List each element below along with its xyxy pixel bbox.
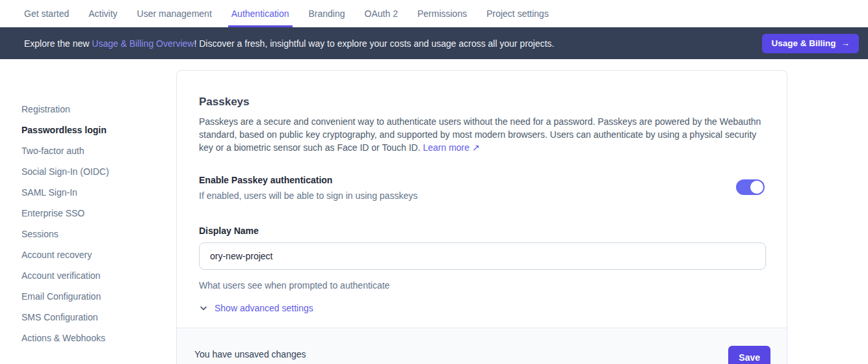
tab-permissions[interactable]: Permissions <box>417 0 467 27</box>
save-button[interactable]: Save <box>728 346 770 364</box>
learn-more-link[interactable]: Learn more ↗ <box>423 142 479 153</box>
banner-text-before: Explore the new <box>24 38 92 49</box>
banner-message: Explore the new Usage & Billing Overview… <box>24 38 555 49</box>
usage-billing-overview-link[interactable]: Usage & Billing Overview <box>92 38 194 49</box>
display-name-input[interactable] <box>199 242 766 270</box>
chevron-down-icon <box>199 304 208 313</box>
passkeys-description: Passkeys are a secure and convenient way… <box>199 115 765 154</box>
sidebar-item-enterprise-sso[interactable]: Enterprise SSO <box>21 207 109 220</box>
tab-user-management[interactable]: User management <box>137 0 212 27</box>
enable-passkey-texts: Enable Passkey authentication If enabled… <box>199 174 417 202</box>
tab-activity[interactable]: Activity <box>88 0 117 27</box>
sidebar-item-sessions[interactable]: Sessions <box>21 228 109 240</box>
show-advanced-settings-label: Show advanced settings <box>215 303 313 313</box>
banner-text-after: ! Discover a fresh, insightful way to ex… <box>194 38 554 49</box>
tab-get-started[interactable]: Get started <box>24 0 69 27</box>
display-name-helper: What users see when prompted to authenti… <box>199 279 765 292</box>
sidebar-item-actions-webhooks[interactable]: Actions & Webhooks <box>21 332 109 344</box>
tab-oauth2[interactable]: OAuth 2 <box>365 0 398 27</box>
toggle-knob <box>750 181 763 194</box>
show-advanced-settings[interactable]: Show advanced settings <box>199 303 313 313</box>
enable-passkey-label: Enable Passkey authentication <box>199 174 417 187</box>
enable-passkey-description: If enabled, users will be able to sign i… <box>199 189 417 202</box>
sidebar-item-passwordless-login[interactable]: Passwordless login <box>21 124 109 136</box>
arrow-right-icon: → <box>841 38 850 48</box>
page-title: Passkeys <box>199 96 765 109</box>
sidebar-item-social-sign-in[interactable]: Social Sign-In (OIDC) <box>21 166 109 178</box>
sidebar-item-account-verification[interactable]: Account verification <box>21 270 109 282</box>
display-name-label: Display Name <box>199 224 765 237</box>
passkeys-card-body: Passkeys Passkeys are a secure and conve… <box>177 71 787 313</box>
tab-branding[interactable]: Branding <box>309 0 345 27</box>
enable-passkey-toggle[interactable] <box>736 179 765 195</box>
tab-project-settings[interactable]: Project settings <box>486 0 549 27</box>
enable-passkey-row: Enable Passkey authentication If enabled… <box>199 174 765 202</box>
top-navigation: Get started Activity User management Aut… <box>0 0 868 27</box>
external-link-icon: ↗ <box>472 142 480 153</box>
usage-billing-button[interactable]: Usage & Billing → <box>762 34 859 53</box>
usage-billing-banner: Explore the new Usage & Billing Overview… <box>0 27 868 59</box>
passkeys-description-text: Passkeys are a secure and convenient way… <box>199 116 761 153</box>
sidebar-item-account-recovery[interactable]: Account recovery <box>21 249 109 261</box>
sidebar-item-sms-configuration[interactable]: SMS Configuration <box>21 311 109 324</box>
learn-more-label: Learn more <box>423 142 469 153</box>
unsaved-changes-bar: You have unsaved changes Save <box>177 328 787 364</box>
sidebar-item-saml-sign-in[interactable]: SAML Sign-In <box>21 187 109 199</box>
content-area: Registration Passwordless login Two-fact… <box>0 59 868 364</box>
sidebar-item-two-factor-auth[interactable]: Two-factor auth <box>21 145 109 157</box>
unsaved-changes-text: You have unsaved changes <box>194 349 306 359</box>
usage-billing-button-label: Usage & Billing <box>771 38 835 48</box>
tab-authentication[interactable]: Authentication <box>231 0 289 27</box>
sidebar-item-email-configuration[interactable]: Email Configuration <box>21 291 109 303</box>
passkeys-card: Passkeys Passkeys are a secure and conve… <box>176 70 787 364</box>
sidebar-item-registration[interactable]: Registration <box>21 103 109 116</box>
settings-sidebar: Registration Passwordless login Two-fact… <box>21 103 109 344</box>
